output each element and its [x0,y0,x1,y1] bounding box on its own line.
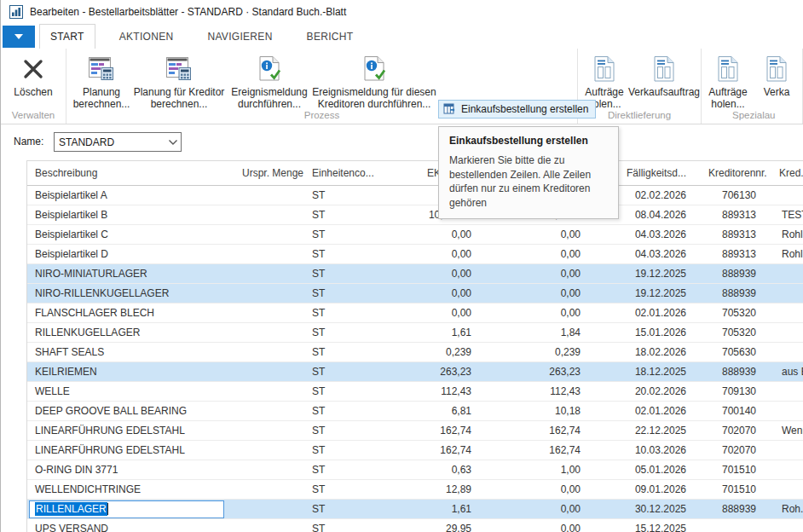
table-row[interactable]: SHAFT SEALSST0,2390,23918.02.2026705630 [27,343,803,362]
calculate-plan-button[interactable]: Planung berechnen... [72,50,131,110]
cell-vendor-text[interactable]: TEST [768,209,803,221]
cell-description[interactable]: NIRO-RILLENKUGELLAGER [27,287,242,299]
cell-ek-price[interactable]: 263,23 [389,366,476,378]
cell-description[interactable]: RILLENLAGER [29,500,224,518]
cell-unit-code[interactable]: ST [303,248,389,260]
cell-unit-code[interactable]: ST [303,444,389,456]
table-row[interactable]: Beispielartikel CST0,000,0004.03.2026889… [27,225,803,245]
table-row[interactable]: KEILRIEMENST263,23263,2318.12.2025888939… [27,362,803,382]
cell-ek-price[interactable]: 0,00 [389,268,476,280]
column-header-einheitencode[interactable]: Einheitenco... [303,167,389,179]
cell-description[interactable]: Beispielartikel B [27,209,242,221]
cell-ek-price[interactable]: 0,239 [389,346,476,358]
table-row[interactable]: Beispielartikel DST0,000,0004.03.2026889… [27,245,803,264]
cell-description[interactable]: KEILRIEMEN [27,366,242,378]
cell-vendor-no[interactable]: 888939 [690,268,768,280]
calculate-plan-vendor-button[interactable]: Planung für Kreditor berechnen... [131,50,227,110]
cell-due-date[interactable]: 15.01.2026 [585,327,690,338]
cell-unit-code[interactable]: ST [303,287,389,299]
table-row[interactable]: WELLEST112,43112,4320.02.2026709130 [27,382,803,402]
cell-description[interactable]: WELLENDICHTRINGE [27,483,242,495]
cell-vendor-text[interactable]: Rohlin [768,228,803,240]
cell-unit-code[interactable]: ST [303,405,389,417]
cell-vendor-no[interactable]: 889313 [690,248,768,260]
cell-qty[interactable]: 0,00 [476,307,585,319]
cell-due-date[interactable]: 05.01.2026 [585,464,690,476]
cell-vendor-no[interactable]: 889313 [690,209,768,221]
cell-ek-price[interactable]: 162,74 [389,425,476,437]
create-purchase-order-button[interactable]: Einkaufsbestellung erstellen [438,100,596,119]
cell-description[interactable]: FLANSCHLAGER BLECH [27,307,242,319]
cell-description[interactable]: Beispielartikel A [27,189,242,201]
cell-unit-code[interactable]: ST [303,385,389,397]
journal-name-combobox[interactable]: STANDARD [54,132,182,152]
sales-order-button[interactable]: Verkaufsauftrag [627,50,701,98]
cell-description[interactable]: O-RING DIN 3771 [27,464,242,476]
table-row[interactable]: Beispielartikel BST10,504099,942308.04.2… [27,205,803,225]
cell-vendor-text[interactable]: aus Ei [768,366,803,378]
cell-ek-price[interactable]: 0,00 [389,287,476,299]
cell-qty[interactable]: 112,43 [476,385,585,397]
cell-qty[interactable]: 162,74 [476,444,585,456]
cell-description[interactable]: LINEARFÜHRUNG EDELSTAHL [27,444,242,456]
carry-out-action-message-button[interactable]: Ereignismeldung durchführen... [227,50,312,110]
table-row[interactable]: WELLENDICHTRINGEST12,890,0009.01.2026701… [27,480,803,500]
cell-qty[interactable]: 162,74 [476,425,585,437]
tab-aktionen[interactable]: AKTIONEN [109,24,184,49]
cell-description[interactable]: NIRO-MINIATURLAGER [27,268,242,280]
cell-unit-code[interactable]: ST [303,346,389,358]
cell-vendor-no[interactable]: 700140 [690,405,768,417]
cell-ek-price[interactable]: 0,00 [389,307,476,319]
column-header-kred[interactable]: Kred. [768,167,803,179]
cell-due-date[interactable]: 22.12.2025 [585,425,690,437]
cell-vendor-no[interactable]: 702070 [690,425,768,437]
cell-due-date[interactable]: 19.12.2025 [585,268,690,280]
cell-unit-code[interactable]: ST [303,268,389,280]
cell-ek-price[interactable]: 0,00 [389,228,476,240]
cell-qty[interactable]: 10,18 [476,405,585,417]
cell-unit-code[interactable]: ST [303,189,389,201]
table-row[interactable]: RILLENKUGELLAGERST1,611,8415.01.20267053… [27,323,803,343]
cell-description[interactable]: SHAFT SEALS [27,346,242,358]
table-row[interactable]: UPS VERSANDST29,950,0015.12.2025 [27,519,803,532]
table-row[interactable]: DEEP GROOVE BALL BEARINGST6,8110,1802.01… [27,402,803,421]
tab-navigieren[interactable]: NAVIGIEREN [197,24,282,49]
cell-ek-price[interactable]: 29,95 [389,523,476,532]
table-row[interactable]: NIRO-MINIATURLAGERST0,000,0019.12.202588… [27,264,803,284]
table-row[interactable]: LINEARFÜHRUNG EDELSTAHLST162,74162,7410.… [27,441,803,460]
cell-vendor-no[interactable]: 705320 [690,307,768,319]
table-row[interactable]: LINEARFÜHRUNG EDELSTAHLST162,74162,7422.… [27,421,803,441]
cell-qty[interactable]: 0,00 [476,287,585,299]
cell-due-date[interactable]: 20.02.2026 [585,385,690,397]
cell-ek-price[interactable]: 6,81 [389,405,476,417]
tab-bericht[interactable]: BERICHT [297,24,364,49]
cell-qty[interactable]: 0,00 [476,483,585,495]
column-header-urspr-menge[interactable]: Urspr. Menge [242,167,303,179]
cell-vendor-text[interactable]: Roh. E [768,503,803,515]
cell-description[interactable]: Beispielartikel D [27,248,242,260]
combo-chevron-icon[interactable] [165,140,181,145]
tab-start[interactable]: START [39,24,95,49]
carry-out-action-message-vendor-button[interactable]: Ereignismeldung für diesen Kreditoren du… [312,50,436,110]
cell-ek-price[interactable]: 162,74 [389,444,476,456]
cell-ek-price[interactable]: 0,63 [389,464,476,476]
cell-unit-code[interactable]: ST [303,327,389,338]
cell-ek-price[interactable]: 1,61 [389,503,476,515]
cell-qty[interactable]: 1,00 [476,464,585,476]
cell-unit-code[interactable]: ST [303,523,389,532]
table-row[interactable]: RILLENLAGERST1,610,0030.12.2025888939Roh… [27,500,803,519]
cell-due-date[interactable]: 15.12.2025 [585,523,690,532]
cell-due-date[interactable]: 19.12.2025 [585,287,690,299]
cell-qty[interactable]: 0,00 [476,268,585,280]
cell-vendor-no[interactable]: 701510 [690,483,768,495]
cell-vendor-no[interactable]: 888939 [690,503,768,515]
cell-qty[interactable]: 0,00 [476,503,585,515]
cell-vendor-no[interactable]: 706130 [690,189,768,201]
cell-unit-code[interactable]: ST [303,464,389,476]
cell-description[interactable]: UPS VERSAND [27,523,242,532]
table-row[interactable]: FLANSCHLAGER BLECHST0,000,0002.01.202670… [27,304,803,323]
cell-due-date[interactable]: 30.12.2025 [585,503,690,515]
cell-unit-code[interactable]: ST [303,503,389,515]
cell-vendor-no[interactable]: 705630 [690,346,768,358]
cell-unit-code[interactable]: ST [303,209,389,221]
